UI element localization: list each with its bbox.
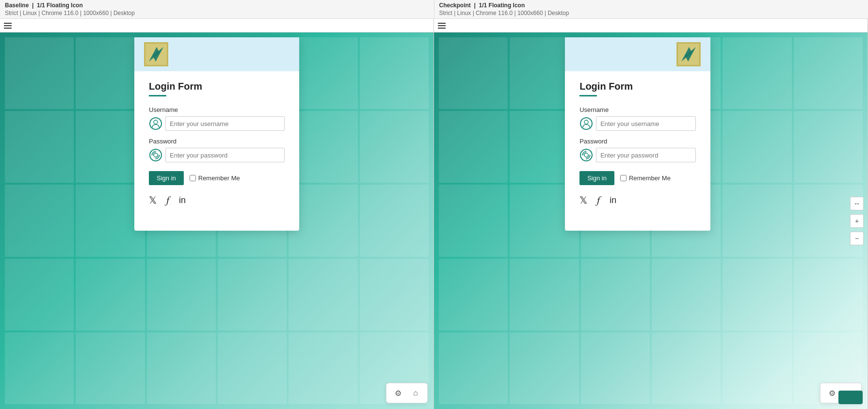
left-remember-me-label[interactable]: Remember Me (190, 174, 240, 182)
right-top-bar: Checkpoint | 1/1 Floating Icon Strict | … (434, 0, 868, 18)
right-remember-me-label[interactable]: Remember Me (620, 174, 671, 182)
left-home-icon[interactable]: ⌂ (409, 386, 422, 400)
right-linkedin-icon[interactable]: in (610, 195, 616, 205)
right-hamburger-icon[interactable] (438, 23, 446, 29)
grid-sq (439, 111, 508, 183)
right-remember-me-checkbox[interactable] (620, 175, 627, 181)
grid-sq (794, 37, 863, 109)
left-remember-me-text: Remember Me (198, 174, 240, 182)
grid-sq (360, 259, 429, 330)
grid-sq (5, 259, 74, 330)
left-sign-in-button[interactable]: Sign in (149, 171, 184, 185)
grid-sq (5, 37, 74, 109)
resize-icon[interactable]: ↔ (850, 197, 864, 210)
left-meta-text: Strict | Linux | Chrome 116.0 | 1000x660… (5, 10, 429, 16)
main-content: Login Form Username (0, 19, 868, 409)
grid-sq (147, 332, 216, 404)
zoom-out-icon[interactable]: − (850, 232, 864, 245)
right-card-content: Login Form Username (565, 71, 710, 216)
right-login-card: Login Form Username (565, 37, 710, 231)
right-form-actions: Sign in Remember Me (579, 171, 696, 185)
right-username-group: Username (579, 106, 696, 131)
left-password-input[interactable] (165, 148, 285, 162)
grid-sq (439, 185, 508, 256)
side-controls: ↔ + − (850, 197, 864, 245)
left-password-row (149, 148, 285, 162)
grid-sq (794, 259, 863, 330)
right-facebook-icon[interactable]: 𝑓 (597, 194, 600, 206)
right-social-icons: 𝕏 𝑓 in (579, 194, 696, 206)
right-fingerprint-icon (579, 148, 593, 162)
left-social-icons: 𝕏 𝑓 in (149, 194, 285, 206)
hamburger-icon[interactable] (4, 23, 12, 29)
right-username-row (579, 116, 696, 131)
right-remember-me-text: Remember Me (629, 174, 671, 182)
left-logo-area (134, 37, 299, 71)
left-panel-body: Login Form Username (0, 32, 434, 409)
bottom-right-button[interactable] (838, 391, 863, 404)
right-title-text: Checkpoint (439, 2, 471, 9)
grid-sq (723, 259, 791, 330)
top-bar: Baseline | 1/1 Floating Icon Strict | Li… (0, 0, 868, 19)
left-panel-title: Baseline | 1/1 Floating Icon (5, 2, 429, 9)
grid-sq (723, 185, 791, 256)
left-form-title: Login Form (149, 81, 285, 92)
grid-sq (360, 37, 429, 109)
grid-sq (652, 259, 721, 330)
grid-sq (218, 332, 287, 404)
left-password-label: Password (149, 138, 285, 145)
left-password-group: Password (149, 138, 285, 162)
right-logo-area (565, 37, 710, 71)
grid-sq (510, 259, 579, 330)
grid-sq (360, 185, 429, 256)
left-form-actions: Sign in Remember Me (149, 171, 285, 185)
grid-sq (439, 332, 508, 404)
right-password-input[interactable] (596, 148, 696, 162)
svg-point-4 (154, 120, 158, 124)
twitter-icon[interactable]: 𝕏 (149, 194, 157, 206)
right-username-input[interactable] (596, 116, 696, 131)
left-floating-toolbar: ⚙ ⌂ (386, 383, 428, 403)
grid-sq (5, 111, 74, 183)
right-password-group: Password (579, 138, 696, 162)
grid-sq (5, 332, 74, 404)
right-panel-body: Login Form Username (434, 32, 868, 409)
grid-sq (289, 259, 357, 330)
left-title-text: Baseline (5, 2, 29, 9)
grid-sq (76, 259, 145, 330)
zoom-in-icon[interactable]: + (850, 214, 864, 228)
left-username-input[interactable] (165, 116, 285, 131)
grid-sq (723, 111, 791, 183)
grid-sq (723, 37, 791, 109)
left-panel-header (0, 19, 434, 32)
grid-sq (581, 332, 650, 404)
right-panel-header (434, 19, 868, 32)
grid-sq (439, 259, 508, 330)
right-panel-title: Checkpoint | 1/1 Floating Icon (439, 2, 864, 9)
left-gear-icon[interactable]: ⚙ (391, 386, 405, 400)
right-twitter-icon[interactable]: 𝕏 (579, 194, 587, 206)
grid-sq (76, 332, 145, 404)
right-panel: Login Form Username (434, 19, 868, 409)
right-sign-in-button[interactable]: Sign in (579, 171, 614, 185)
right-logo-icon (676, 42, 701, 66)
left-user-icon (149, 117, 162, 130)
left-top-bar: Baseline | 1/1 Floating Icon Strict | Li… (0, 0, 434, 18)
svg-point-10 (580, 118, 592, 129)
svg-point-3 (150, 118, 161, 129)
right-gear-icon[interactable]: ⚙ (825, 386, 839, 400)
left-logo-icon (144, 42, 168, 66)
left-fingerprint-icon (149, 148, 162, 162)
grid-sq (5, 185, 74, 256)
left-remember-me-checkbox[interactable] (190, 175, 196, 181)
grid-sq (289, 332, 357, 404)
left-card-content: Login Form Username (134, 71, 299, 216)
grid-sq (723, 332, 791, 404)
linkedin-icon[interactable]: in (179, 195, 186, 205)
right-subtitle-text: 1/1 Floating Icon (479, 2, 525, 9)
left-login-card: Login Form Username (134, 37, 299, 231)
right-password-label: Password (579, 138, 696, 145)
facebook-icon[interactable]: 𝑓 (166, 194, 169, 206)
left-subtitle-text: 1/1 Floating Icon (37, 2, 83, 9)
grid-sq (794, 111, 863, 183)
